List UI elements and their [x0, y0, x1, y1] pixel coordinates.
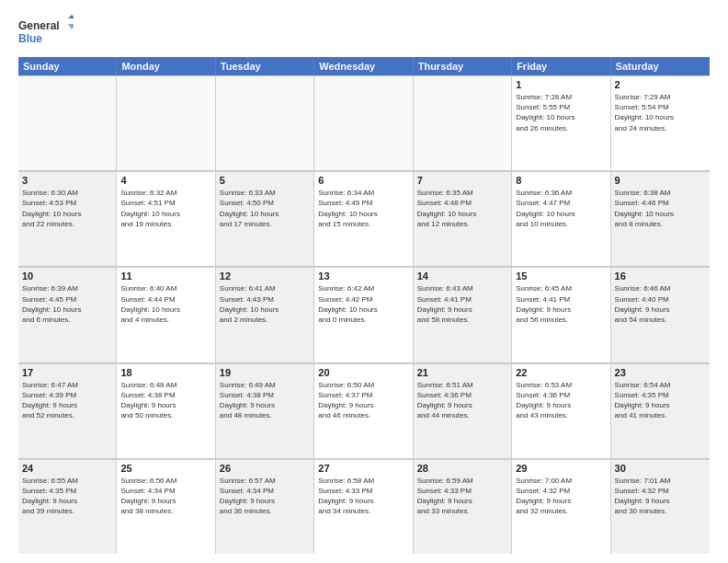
calendar-cell [216, 76, 314, 170]
cell-content: Sunrise: 7:00 AMSunset: 4:32 PMDaylight:… [516, 476, 606, 517]
day-number: 15 [516, 270, 606, 282]
cell-content: Sunrise: 6:38 AMSunset: 4:46 PMDaylight:… [615, 188, 706, 229]
calendar-cell: 4Sunrise: 6:32 AMSunset: 4:51 PMDaylight… [117, 172, 215, 266]
cell-content: Sunrise: 7:01 AMSunset: 4:32 PMDaylight:… [615, 476, 706, 517]
calendar-cell: 12Sunrise: 6:41 AMSunset: 4:43 PMDayligh… [216, 268, 314, 362]
calendar-cell: 17Sunrise: 6:47 AMSunset: 4:39 PMDayligh… [18, 364, 117, 458]
cell-content: Sunrise: 6:50 AMSunset: 4:37 PMDaylight:… [318, 380, 408, 421]
header-day-tuesday: Tuesday [216, 57, 314, 75]
day-number: 9 [615, 175, 706, 186]
day-number: 13 [318, 270, 408, 282]
day-number: 8 [516, 175, 606, 186]
day-number: 25 [120, 463, 210, 474]
calendar-cell: 7Sunrise: 6:35 AMSunset: 4:48 PMDaylight… [414, 172, 512, 266]
calendar-cell: 20Sunrise: 6:50 AMSunset: 4:37 PMDayligh… [314, 364, 413, 458]
day-number: 6 [318, 175, 408, 186]
day-number: 26 [220, 463, 310, 474]
cell-content: Sunrise: 6:42 AMSunset: 4:42 PMDaylight:… [318, 283, 408, 325]
calendar-cell: 25Sunrise: 6:56 AMSunset: 4:34 PMDayligh… [117, 460, 215, 554]
calendar-cell: 2Sunrise: 7:29 AMSunset: 5:54 PMDaylight… [611, 76, 710, 170]
calendar-row-3: 17Sunrise: 6:47 AMSunset: 4:39 PMDayligh… [18, 363, 710, 459]
calendar-cell: 30Sunrise: 7:01 AMSunset: 4:32 PMDayligh… [611, 460, 710, 554]
cell-content: Sunrise: 6:30 AMSunset: 4:53 PMDaylight:… [22, 188, 112, 229]
day-number: 27 [318, 463, 408, 474]
calendar-cell: 9Sunrise: 6:38 AMSunset: 4:46 PMDaylight… [611, 172, 710, 266]
calendar-cell: 27Sunrise: 6:58 AMSunset: 4:33 PMDayligh… [314, 460, 413, 554]
calendar-cell: 22Sunrise: 6:53 AMSunset: 4:36 PMDayligh… [512, 364, 610, 458]
day-number: 21 [417, 367, 507, 378]
cell-content: Sunrise: 6:57 AMSunset: 4:34 PMDaylight:… [220, 476, 310, 517]
cell-content: Sunrise: 6:51 AMSunset: 4:36 PMDaylight:… [417, 380, 507, 421]
calendar-row-0: 1Sunrise: 7:28 AMSunset: 5:55 PMDaylight… [18, 75, 710, 171]
svg-text:Blue: Blue [18, 32, 42, 45]
day-number: 19 [220, 367, 310, 378]
calendar-cell: 21Sunrise: 6:51 AMSunset: 4:36 PMDayligh… [414, 364, 512, 458]
cell-content: Sunrise: 6:49 AMSunset: 4:38 PMDaylight:… [220, 380, 310, 421]
day-number: 10 [22, 270, 112, 282]
logo-svg: General Blue [18, 15, 74, 52]
day-number: 20 [318, 367, 408, 378]
calendar-row-4: 24Sunrise: 6:55 AMSunset: 4:35 PMDayligh… [18, 459, 710, 554]
svg-marker-3 [68, 24, 74, 29]
logo: General Blue [18, 15, 74, 52]
calendar-cell: 28Sunrise: 6:59 AMSunset: 4:33 PMDayligh… [414, 460, 512, 554]
day-number: 1 [516, 79, 606, 90]
header-day-monday: Monday [117, 57, 215, 75]
calendar-cell: 8Sunrise: 6:36 AMSunset: 4:47 PMDaylight… [512, 172, 610, 266]
cell-content: Sunrise: 6:59 AMSunset: 4:33 PMDaylight:… [417, 476, 507, 517]
cell-content: Sunrise: 6:48 AMSunset: 4:38 PMDaylight:… [120, 380, 210, 421]
header-day-sunday: Sunday [18, 57, 117, 75]
cell-content: Sunrise: 6:58 AMSunset: 4:33 PMDaylight:… [318, 476, 408, 517]
day-number: 24 [22, 463, 112, 474]
day-number: 17 [22, 367, 112, 378]
calendar-body: 1Sunrise: 7:28 AMSunset: 5:55 PMDaylight… [18, 75, 710, 554]
calendar-cell: 15Sunrise: 6:45 AMSunset: 4:41 PMDayligh… [512, 268, 610, 362]
header-day-friday: Friday [512, 57, 610, 75]
cell-content: Sunrise: 6:34 AMSunset: 4:49 PMDaylight:… [318, 188, 408, 229]
day-number: 16 [615, 270, 706, 282]
calendar-cell: 23Sunrise: 6:54 AMSunset: 4:35 PMDayligh… [611, 364, 710, 458]
cell-content: Sunrise: 7:28 AMSunset: 5:55 PMDaylight:… [516, 92, 606, 133]
day-number: 4 [120, 175, 210, 186]
cell-content: Sunrise: 6:41 AMSunset: 4:43 PMDaylight:… [220, 283, 310, 325]
day-number: 29 [516, 463, 606, 474]
page: General Blue SundayMondayTuesdayWednesda… [0, 0, 728, 563]
calendar-header: SundayMondayTuesdayWednesdayThursdayFrid… [18, 57, 710, 75]
svg-marker-2 [68, 15, 74, 18]
cell-content: Sunrise: 6:39 AMSunset: 4:45 PMDaylight:… [22, 283, 112, 325]
day-number: 14 [417, 270, 507, 282]
calendar-cell: 5Sunrise: 6:33 AMSunset: 4:50 PMDaylight… [216, 172, 314, 266]
header: General Blue [18, 15, 710, 52]
calendar-cell [18, 76, 117, 170]
calendar-cell [117, 76, 215, 170]
header-day-thursday: Thursday [414, 57, 512, 75]
cell-content: Sunrise: 6:43 AMSunset: 4:41 PMDaylight:… [417, 283, 507, 325]
day-number: 7 [417, 175, 507, 186]
calendar-cell: 24Sunrise: 6:55 AMSunset: 4:35 PMDayligh… [18, 460, 117, 554]
header-day-saturday: Saturday [611, 57, 710, 75]
day-number: 2 [615, 79, 706, 90]
day-number: 28 [417, 463, 507, 474]
calendar-cell: 29Sunrise: 7:00 AMSunset: 4:32 PMDayligh… [512, 460, 610, 554]
cell-content: Sunrise: 6:53 AMSunset: 4:36 PMDaylight:… [516, 380, 606, 421]
cell-content: Sunrise: 6:33 AMSunset: 4:50 PMDaylight:… [220, 188, 310, 229]
calendar-cell: 26Sunrise: 6:57 AMSunset: 4:34 PMDayligh… [216, 460, 314, 554]
cell-content: Sunrise: 6:40 AMSunset: 4:44 PMDaylight:… [120, 283, 210, 325]
day-number: 3 [22, 175, 112, 186]
calendar-cell: 14Sunrise: 6:43 AMSunset: 4:41 PMDayligh… [414, 268, 512, 362]
calendar-cell: 6Sunrise: 6:34 AMSunset: 4:49 PMDaylight… [314, 172, 413, 266]
cell-content: Sunrise: 6:55 AMSunset: 4:35 PMDaylight:… [22, 476, 112, 517]
calendar-cell: 3Sunrise: 6:30 AMSunset: 4:53 PMDaylight… [18, 172, 117, 266]
cell-content: Sunrise: 6:54 AMSunset: 4:35 PMDaylight:… [615, 380, 706, 421]
day-number: 11 [120, 270, 210, 282]
cell-content: Sunrise: 6:46 AMSunset: 4:40 PMDaylight:… [615, 283, 706, 325]
day-number: 18 [120, 367, 210, 378]
day-number: 5 [220, 175, 310, 186]
calendar-cell: 13Sunrise: 6:42 AMSunset: 4:42 PMDayligh… [314, 268, 413, 362]
day-number: 30 [615, 463, 706, 474]
day-number: 22 [516, 367, 606, 378]
calendar-cell [314, 76, 413, 170]
calendar-cell [414, 76, 512, 170]
cell-content: Sunrise: 6:36 AMSunset: 4:47 PMDaylight:… [516, 188, 606, 229]
cell-content: Sunrise: 6:35 AMSunset: 4:48 PMDaylight:… [417, 188, 507, 229]
